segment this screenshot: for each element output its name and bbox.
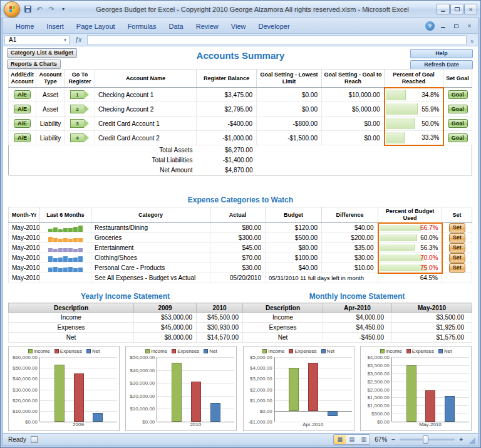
zoom-slider[interactable] bbox=[400, 439, 455, 440]
gridline bbox=[157, 370, 234, 371]
goal-to-reach: $0.00 bbox=[322, 131, 385, 145]
title-bar: ↶ ↷ ▾ Georges Budget for Excel - Copyrig… bbox=[1, 1, 480, 18]
legend-swatch bbox=[28, 349, 33, 353]
zoom-out-button[interactable]: − bbox=[391, 436, 395, 443]
add-edit-account-button[interactable]: A/E bbox=[14, 133, 31, 143]
bar-income bbox=[406, 365, 416, 422]
account-row: A/ELiability3Credit Card Account 1-$400.… bbox=[9, 117, 472, 131]
tab-view[interactable]: View bbox=[225, 20, 252, 33]
qat-customize-button[interactable]: ▾ bbox=[58, 4, 68, 14]
percent-goal-cell: 55.9% bbox=[385, 102, 443, 117]
chart-legend: IncomeExpensesNet bbox=[128, 348, 234, 355]
ribbon-help-button[interactable]: ? bbox=[425, 21, 435, 31]
workbook-minimize-button[interactable] bbox=[438, 23, 448, 29]
insert-function-button[interactable]: ƒx bbox=[71, 36, 86, 43]
percent-budget-cell: 70.0% bbox=[378, 253, 442, 263]
income-row: Net$8,000.00$14,570.00 bbox=[9, 333, 243, 343]
go-to-register-button[interactable]: 1 bbox=[70, 90, 90, 99]
workbook-close-button[interactable]: × bbox=[465, 23, 474, 29]
set-goal-button[interactable]: Goal bbox=[448, 90, 468, 100]
redo-icon: ↷ bbox=[48, 6, 54, 13]
y-tick-label: $0.00 bbox=[377, 419, 390, 425]
accounts-col-header: Register Balance bbox=[197, 70, 257, 88]
tab-data[interactable]: Data bbox=[162, 20, 189, 33]
page-break-view-button[interactable]: ▥ bbox=[358, 435, 370, 444]
y-tick-label: $3,000.00 bbox=[250, 376, 272, 382]
redo-button[interactable]: ↷ bbox=[46, 4, 56, 14]
arrow-right-icon bbox=[84, 119, 89, 128]
add-edit-account-button[interactable]: A/E bbox=[14, 105, 31, 114]
page-layout-view-button[interactable]: ▤ bbox=[346, 435, 358, 444]
normal-view-button[interactable]: ▦ bbox=[334, 435, 346, 444]
expense-col-header: Set bbox=[442, 207, 472, 223]
maximize-button[interactable] bbox=[450, 4, 463, 14]
tab-page-layout[interactable]: Page Layout bbox=[70, 20, 122, 33]
legend-swatch bbox=[204, 349, 208, 353]
save-button[interactable] bbox=[23, 4, 33, 14]
account-row: A/EAsset1Checking Account 1$3,475.00$0.0… bbox=[9, 88, 472, 102]
legend-label: Net bbox=[444, 348, 452, 354]
expense-col-header: Budget bbox=[266, 207, 322, 223]
bar-income bbox=[54, 365, 65, 422]
budget-value: $80.00 bbox=[266, 243, 322, 253]
set-budget-button[interactable]: Set bbox=[449, 253, 465, 263]
go-to-register-button[interactable]: 3 bbox=[70, 119, 90, 128]
sparkline-bar bbox=[63, 248, 68, 252]
go-to-register-button[interactable]: 2 bbox=[70, 105, 90, 113]
minimize-button[interactable] bbox=[437, 4, 450, 14]
set-budget-button[interactable]: Set bbox=[449, 223, 465, 232]
add-edit-account-button[interactable]: A/E bbox=[14, 90, 31, 100]
set-goal-button[interactable]: Goal bbox=[448, 105, 468, 114]
td bbox=[40, 243, 91, 253]
percent-goal-cell: 34.8% bbox=[385, 88, 443, 102]
see-all-expenses-link[interactable]: See All Expenses - Budget vs Actual bbox=[91, 273, 210, 283]
y-tick-label: $60,000.00 bbox=[13, 355, 38, 360]
formula-input[interactable] bbox=[87, 35, 467, 45]
set-budget-button[interactable]: Set bbox=[449, 243, 465, 253]
set-goal-button[interactable]: Goal bbox=[448, 133, 468, 143]
set-goal-button[interactable]: Goal bbox=[448, 119, 468, 128]
add-edit-account-button[interactable]: A/E bbox=[14, 119, 31, 128]
reports-charts-button[interactable]: Reports & Charts bbox=[7, 60, 61, 69]
current-date: 05/20/2010 bbox=[210, 273, 266, 283]
tab-formulas[interactable]: Formulas bbox=[122, 20, 163, 33]
legend-item: Income bbox=[380, 348, 402, 354]
expense-col-header: Actual bbox=[210, 207, 266, 223]
workbook-restore-button[interactable] bbox=[452, 23, 461, 29]
td: Goal bbox=[443, 88, 472, 102]
difference-value: $40.00 bbox=[322, 223, 378, 233]
name-box-dropdown-icon[interactable]: ▼ bbox=[61, 38, 69, 42]
month-year: May-2010 bbox=[9, 233, 40, 243]
undo-button[interactable]: ↶ bbox=[34, 4, 44, 14]
month-year: May-2010 bbox=[9, 223, 40, 233]
total-label: Total Liabilities bbox=[95, 155, 197, 165]
expense-body: May-2010Restaurants/Dining$80.00$120.00$… bbox=[9, 223, 472, 283]
y-tick-label: $1,000.00 bbox=[367, 403, 390, 409]
tab-review[interactable]: Review bbox=[190, 20, 225, 33]
go-to-register-button[interactable]: 4 bbox=[70, 133, 90, 142]
ribbon-right-controls: ? × bbox=[425, 21, 474, 33]
tab-insert[interactable]: Insert bbox=[40, 20, 70, 33]
td: Goal bbox=[443, 102, 472, 117]
bar-net bbox=[93, 413, 103, 422]
zoom-slider-thumb[interactable] bbox=[423, 435, 428, 444]
close-button[interactable]: × bbox=[464, 4, 477, 14]
zoom-in-button[interactable]: + bbox=[459, 436, 463, 443]
zoom-level[interactable]: 67% bbox=[375, 436, 387, 443]
bar-expenses bbox=[74, 373, 84, 422]
sparkline-bar bbox=[53, 267, 58, 272]
set-budget-button[interactable]: Set bbox=[449, 233, 465, 242]
percent-of-goal-value: 33.3% bbox=[385, 134, 443, 141]
refresh-date-button[interactable]: Refresh Date bbox=[410, 60, 473, 70]
name-box[interactable]: A1 ▼ bbox=[4, 35, 70, 45]
thead: DescriptionApr-2010May-2010 bbox=[243, 303, 472, 313]
office-button[interactable] bbox=[4, 1, 20, 18]
bar-net bbox=[445, 396, 455, 422]
expand-formula-bar-button[interactable]: » bbox=[468, 34, 477, 46]
sparkline-chart bbox=[40, 224, 91, 232]
tab-developer[interactable]: Developer bbox=[252, 20, 296, 33]
set-budget-button[interactable]: Set bbox=[449, 263, 465, 273]
macro-record-icon[interactable] bbox=[31, 436, 38, 443]
resize-grip[interactable] bbox=[468, 437, 475, 444]
tab-home[interactable]: Home bbox=[9, 20, 40, 33]
